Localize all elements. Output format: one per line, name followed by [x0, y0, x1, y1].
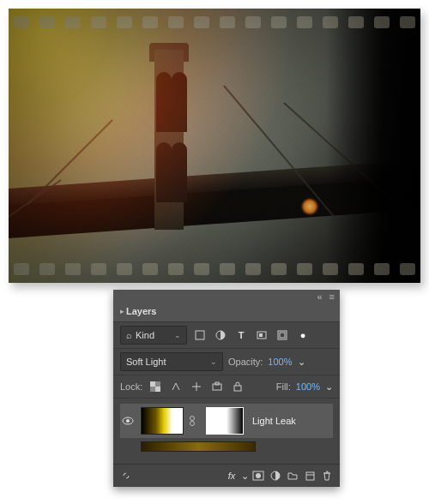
new-group-button[interactable]: [285, 468, 300, 483]
chevron-down-icon[interactable]: ⌄: [241, 471, 249, 482]
lock-fill-row: Lock: Fill: 100% ⌄: [113, 375, 340, 399]
filter-adjustment-icon[interactable]: [213, 327, 228, 343]
vignette: [9, 9, 420, 283]
layer-row[interactable]: Light Leak: [120, 404, 333, 438]
panel-title: Layers: [126, 306, 333, 316]
chevron-down-icon[interactable]: ⌄: [325, 381, 333, 393]
new-layer-button[interactable]: [302, 468, 317, 483]
blend-opacity-row: Soft Light ⌄ Opacity: 100% ⌄: [113, 349, 340, 375]
svg-point-14: [190, 417, 195, 421]
delete-layer-button[interactable]: [319, 468, 335, 483]
chevron-down-icon: ⌄: [174, 331, 181, 339]
layer-list: Light Leak: [113, 399, 340, 464]
filter-type-value: Kind: [136, 330, 154, 340]
lock-all-icon[interactable]: [230, 379, 245, 394]
opacity-value[interactable]: 100%: [268, 357, 292, 367]
filter-shape-icon[interactable]: [254, 327, 269, 343]
fill-value[interactable]: 100%: [296, 381, 320, 392]
svg-rect-3: [259, 333, 263, 337]
svg-rect-8: [155, 387, 160, 392]
chevron-down-icon: ⌄: [210, 357, 217, 366]
svg-rect-19: [306, 472, 314, 480]
lock-transparency-icon[interactable]: [148, 379, 163, 394]
filter-type-icon[interactable]: T: [233, 327, 249, 343]
layers-panel: « ≡ ▸ Layers ⌕ Kind ⌄ T ● Soft Light ⌄: [113, 290, 340, 487]
layer-name[interactable]: Light Leak: [249, 416, 331, 426]
svg-rect-5: [280, 333, 285, 338]
panel-menu-button[interactable]: ≡: [329, 291, 335, 302]
filter-pixel-icon[interactable]: [192, 327, 208, 343]
filter-type-dropdown[interactable]: ⌕ Kind ⌄: [120, 326, 187, 345]
blend-mode-dropdown[interactable]: Soft Light ⌄: [120, 352, 223, 371]
lock-label: Lock:: [120, 381, 142, 392]
lock-artboard-icon[interactable]: [209, 379, 225, 394]
layer-thumbnail[interactable]: [141, 407, 184, 435]
layer-filter-row: ⌕ Kind ⌄ T ●: [113, 322, 340, 349]
opacity-label: Opacity:: [228, 357, 263, 367]
svg-rect-7: [150, 381, 155, 387]
filter-smartobject-icon[interactable]: [275, 327, 290, 343]
blend-mode-value: Soft Light: [126, 357, 166, 367]
new-adjustment-button[interactable]: [268, 468, 283, 483]
layer-row[interactable]: [120, 438, 333, 455]
svg-point-17: [256, 473, 261, 478]
lock-position-icon[interactable]: [189, 379, 204, 394]
svg-rect-0: [196, 331, 204, 339]
svg-point-13: [126, 419, 130, 423]
filter-toggle-dot[interactable]: ●: [295, 327, 311, 343]
svg-point-15: [190, 422, 195, 426]
layer-effects-button[interactable]: fx: [224, 468, 239, 483]
layer-mask-thumbnail[interactable]: [206, 407, 244, 435]
layers-panel-footer: fx ⌄: [113, 464, 340, 487]
fill-label: Fill:: [276, 381, 291, 392]
svg-rect-11: [234, 386, 241, 391]
link-layers-button[interactable]: [118, 468, 134, 483]
chevron-down-icon[interactable]: ⌄: [298, 357, 305, 368]
document-canvas: [9, 9, 420, 283]
layer-thumbnail[interactable]: [141, 441, 256, 452]
add-mask-button[interactable]: [251, 468, 266, 483]
panel-disclosure-icon[interactable]: ▸: [120, 307, 124, 315]
panel-collapse-button[interactable]: «: [317, 291, 322, 302]
lock-image-icon[interactable]: [168, 379, 184, 394]
layer-link-icon[interactable]: [189, 415, 201, 427]
visibility-toggle-icon[interactable]: [122, 417, 136, 425]
search-icon: ⌕: [126, 330, 132, 340]
